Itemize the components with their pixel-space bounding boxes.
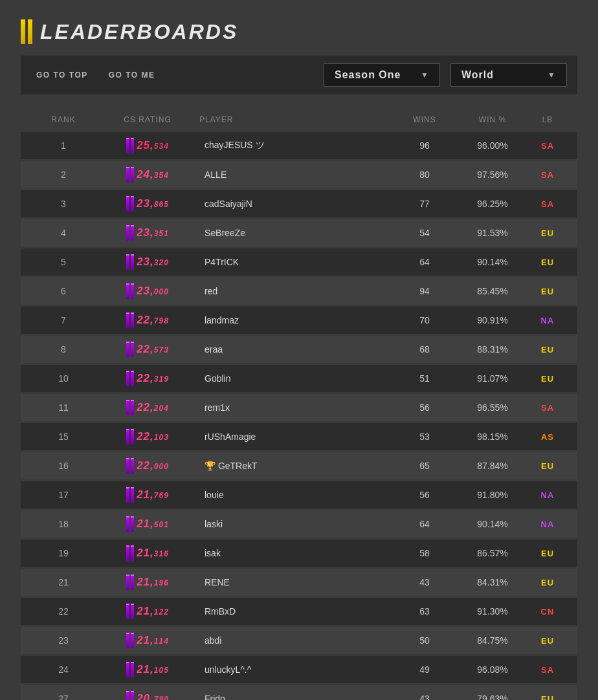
rating-number: 21,114: [137, 634, 169, 647]
table-row[interactable]: 15 22,103 rUShAmagie 53 98.15% AS: [21, 423, 577, 450]
rating-cell: 23,351: [96, 225, 199, 241]
table-row[interactable]: 11 22,204 rem1x 56 96.55% SA: [21, 394, 577, 421]
rating-cell: 20,790: [96, 691, 199, 700]
row-lb: NA: [528, 520, 567, 529]
row-player: rem1x: [199, 402, 392, 413]
accent-bars: [21, 19, 32, 44]
season-dropdown[interactable]: Season One ▼: [324, 63, 440, 87]
rating-bar-2: [131, 138, 134, 153]
table-row[interactable]: 24 21,105 unluckyL^.^ 49 96.08% SA: [21, 656, 577, 683]
row-rank: 1: [31, 140, 96, 151]
row-wins: 53: [392, 432, 457, 442]
table-row[interactable]: 10 22,319 Goblin 51 91.07% EU: [21, 365, 577, 392]
row-player: RENE: [199, 577, 392, 587]
table-row[interactable]: 27 20,790 Frido 43 79.63% EU: [21, 685, 577, 700]
rating-bar-1: [126, 283, 129, 299]
rating-bars: [126, 283, 134, 299]
table-row[interactable]: 4 23,351 SeBreeZe 54 91.53% EU: [21, 219, 577, 246]
rating-bars: [126, 662, 134, 677]
rating-bar-1: [126, 167, 129, 182]
row-wins: 58: [392, 548, 457, 558]
row-rank: 27: [31, 694, 96, 700]
rating-cell: 21,501: [96, 516, 199, 532]
col-player: Player: [199, 115, 392, 124]
row-lb: EU: [528, 374, 567, 384]
row-lb: EU: [528, 257, 567, 267]
row-winpct: 98.15%: [457, 432, 528, 442]
row-winpct: 96.25%: [457, 199, 528, 209]
rating-bar-2: [131, 400, 134, 415]
world-dropdown-label: World: [461, 69, 494, 81]
row-lb: EU: [528, 578, 567, 587]
go-to-me-button[interactable]: GO TO ME: [104, 68, 161, 82]
rating-bars: [126, 604, 134, 619]
row-lb: CN: [528, 607, 567, 617]
rating-bar-1: [126, 633, 129, 648]
rating-bar-1: [126, 138, 129, 153]
rating-cell: 22,103: [96, 429, 199, 444]
row-player: cadSaiyajiN: [199, 199, 392, 209]
col-wins: Wins: [392, 115, 457, 124]
rating-bar-1: [126, 691, 129, 700]
rating-bar-2: [131, 662, 134, 677]
table-row[interactable]: 22 21,122 RmBxD 63 91.30% CN: [21, 598, 577, 625]
row-player: abdi: [199, 635, 392, 646]
rating-number: 24,354: [137, 168, 169, 181]
rating-bar-1: [126, 429, 129, 444]
row-winpct: 86.57%: [457, 548, 528, 558]
rating-cell: 22,798: [96, 312, 199, 328]
season-dropdown-arrow: ▼: [421, 71, 429, 80]
rating-cell: 23,320: [96, 254, 199, 270]
row-winpct: 96.08%: [457, 664, 528, 675]
table-row[interactable]: 1 25,534 chayJESUS ツ 96 96.00% SA: [21, 132, 577, 159]
rating-bar-2: [131, 516, 134, 532]
page-title: LEADERBOARDS: [40, 20, 238, 44]
world-dropdown[interactable]: World ▼: [450, 63, 567, 87]
accent-bar-1: [21, 19, 25, 44]
table-row[interactable]: 3 23,865 cadSaiyajiN 77 96.25% SA: [21, 190, 577, 217]
rating-cell: 22,000: [96, 458, 199, 474]
row-wins: 56: [392, 402, 457, 413]
table-row[interactable]: 7 22,798 landmaz 70 90.91% NA: [21, 307, 577, 334]
row-wins: 63: [392, 606, 457, 617]
row-wins: 43: [392, 694, 457, 700]
row-rank: 5: [31, 257, 96, 267]
rating-bar-1: [126, 545, 129, 561]
go-to-top-button[interactable]: GO TO TOP: [31, 68, 93, 82]
table-row[interactable]: 21 21,196 RENE 43 84.31% EU: [21, 569, 577, 596]
table-row[interactable]: 16 22,000 🏆 GeTRekT 65 87.84% EU: [21, 452, 577, 479]
row-winpct: 90.91%: [457, 315, 528, 325]
table-row[interactable]: 19 21,316 isak 58 86.57% EU: [21, 540, 577, 567]
rating-bar-1: [126, 400, 129, 415]
row-lb: EU: [528, 694, 567, 701]
rating-number: 21,501: [137, 518, 169, 530]
table-row[interactable]: 8 22,573 eraa 68 88.31% EU: [21, 336, 577, 363]
rating-bar-1: [126, 516, 129, 532]
rating-number: 22,573: [137, 343, 169, 356]
table-row[interactable]: 18 21,501 laski 64 90.14% NA: [21, 510, 577, 538]
table-row[interactable]: 2 24,354 ALLE 80 97.56% SA: [21, 161, 577, 188]
row-winpct: 84.31%: [457, 577, 528, 587]
table-row[interactable]: 23 21,114 abdi 50 84.75% EU: [21, 627, 577, 654]
table-row[interactable]: 6 23,000 red 94 85.45% EU: [21, 278, 577, 305]
row-player: isak: [199, 548, 392, 558]
table-row[interactable]: 5 23,320 P4TrICK 64 90.14% EU: [21, 248, 577, 276]
rating-cell: 21,769: [96, 487, 199, 503]
row-wins: 80: [392, 170, 457, 180]
table-row[interactable]: 17 21,769 louie 56 91.80% NA: [21, 481, 577, 509]
row-winpct: 84.75%: [457, 635, 528, 646]
rating-bar-1: [126, 342, 129, 357]
row-winpct: 91.53%: [457, 228, 528, 238]
rating-cell: 23,865: [96, 196, 199, 212]
rating-cell: 21,114: [96, 633, 199, 648]
row-rank: 21: [31, 577, 96, 587]
rating-number: 22,798: [137, 314, 169, 327]
controls-row: GO TO TOP GO TO ME Season One ▼ World ▼: [21, 56, 577, 94]
row-lb: NA: [528, 316, 567, 325]
row-winpct: 90.14%: [457, 519, 528, 529]
rating-cell: 22,319: [96, 371, 199, 386]
rating-number: 21,196: [137, 576, 169, 589]
rating-bar-2: [131, 225, 134, 241]
rating-cell: 21,316: [96, 545, 199, 561]
rating-bar-2: [131, 633, 134, 648]
